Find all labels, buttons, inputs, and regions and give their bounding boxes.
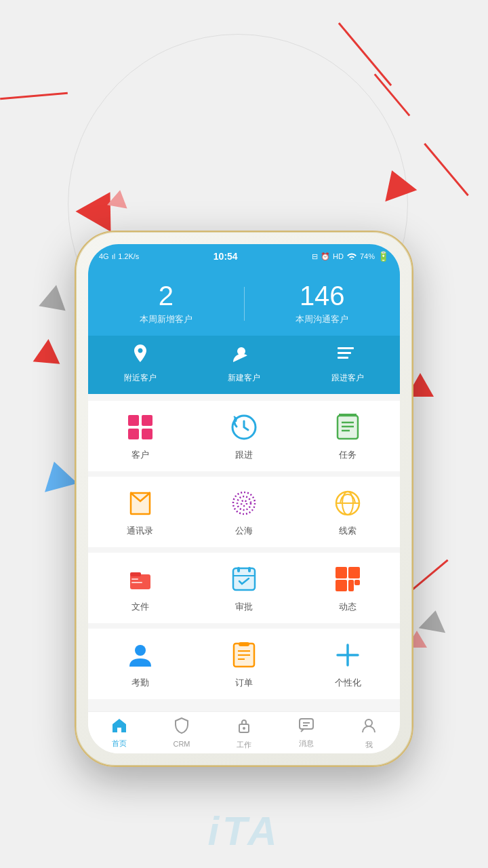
tab-home[interactable]: 首页 xyxy=(88,717,150,750)
home-tab-label: 首页 xyxy=(112,738,127,749)
tab-crm[interactable]: CRM xyxy=(150,717,213,750)
svg-rect-6 xyxy=(128,429,139,439)
deco-triangle-6 xyxy=(38,457,78,492)
personalize-icon xyxy=(331,639,364,671)
me-tab-label: 我 xyxy=(365,740,373,750)
home-tab-icon xyxy=(111,717,127,736)
data-speed: 1.2K/s xyxy=(118,252,139,260)
follow-customer-icon xyxy=(335,342,361,368)
phone-frame: 4G ıl 1.2K/s 10:54 ⊟ ⏰ HD 74% 🔋 xyxy=(75,231,413,767)
contacts-icon xyxy=(124,487,157,519)
public-sea-icon xyxy=(228,487,260,519)
svg-rect-31 xyxy=(336,580,347,591)
grid-item-clues[interactable]: 线索 xyxy=(296,487,400,537)
grid-item-public-sea[interactable]: 公海 xyxy=(192,487,296,537)
app-logo-watermark: iTA xyxy=(207,808,280,854)
public-sea-label: 公海 xyxy=(235,525,253,537)
work-tab-icon xyxy=(237,717,251,738)
svg-rect-7 xyxy=(142,429,152,439)
tab-me[interactable]: 我 xyxy=(338,717,400,750)
clues-label: 线索 xyxy=(339,525,357,537)
quick-action-follow-customer[interactable]: 跟进客户 xyxy=(296,342,400,384)
status-time: 10:54 xyxy=(214,251,238,262)
clues-icon xyxy=(331,487,364,519)
deco-triangle-5 xyxy=(107,189,130,209)
svg-point-34 xyxy=(135,645,146,656)
grid-row-3: 文件 审批 xyxy=(88,553,400,623)
deco-triangle-3 xyxy=(39,283,69,311)
nearby-customers-icon xyxy=(127,342,153,368)
dynamics-icon xyxy=(331,563,364,595)
hd-indicator: HD xyxy=(333,252,344,260)
nearby-customers-label: 附近客户 xyxy=(124,372,157,384)
svg-point-44 xyxy=(243,727,245,730)
followup-icon xyxy=(228,411,260,443)
stat-communicated-number: 146 xyxy=(245,282,401,309)
stat-new-customers-number: 2 xyxy=(88,282,244,309)
svg-rect-21 xyxy=(130,572,141,576)
grid-item-files[interactable]: 文件 xyxy=(88,563,192,613)
status-bar: 4G ıl 1.2K/s 10:54 ⊟ ⏰ HD 74% 🔋 xyxy=(88,244,400,269)
customer-icon xyxy=(124,411,157,443)
grid-item-followup[interactable]: 跟进 xyxy=(192,411,296,461)
quick-action-new-customer[interactable]: 新建客户 xyxy=(192,342,296,384)
tab-messages[interactable]: 消息 xyxy=(275,717,338,750)
crm-tab-label: CRM xyxy=(173,740,190,748)
phone-screen: 4G ıl 1.2K/s 10:54 ⊟ ⏰ HD 74% 🔋 xyxy=(88,244,400,753)
grid-item-task[interactable]: 任务 xyxy=(296,411,400,461)
deco-triangle-8 xyxy=(419,608,449,633)
task-label: 任务 xyxy=(339,449,357,461)
approval-icon xyxy=(228,563,260,595)
grid-row-2: 通讯录 公海 xyxy=(88,477,400,547)
me-tab-icon xyxy=(361,717,376,738)
dynamics-label: 动态 xyxy=(339,601,357,613)
svg-rect-5 xyxy=(142,415,152,426)
svg-rect-24 xyxy=(233,568,255,590)
wifi-icon xyxy=(346,252,357,261)
new-customer-label: 新建客户 xyxy=(228,372,260,384)
grid-item-contacts[interactable]: 通讯录 xyxy=(88,487,192,537)
quick-action-nearby[interactable]: 附近客户 xyxy=(88,342,192,384)
svg-rect-2 xyxy=(338,352,351,354)
svg-rect-45 xyxy=(300,719,313,729)
deco-triangle-4 xyxy=(33,338,62,363)
customer-label: 客户 xyxy=(131,449,149,461)
grid-row-1: 客户 跟进 xyxy=(88,401,400,471)
status-right: ⊟ ⏰ HD 74% 🔋 xyxy=(312,251,389,262)
grid-item-orders[interactable]: 订单 xyxy=(192,639,296,689)
phone-container: 4G ıl 1.2K/s 10:54 ⊟ ⏰ HD 74% 🔋 xyxy=(75,231,413,767)
personalize-label: 个性化 xyxy=(335,677,361,689)
tab-work[interactable]: 工作 xyxy=(213,717,275,750)
svg-rect-23 xyxy=(131,582,142,583)
stat-communicated-label: 本周沟通客户 xyxy=(245,313,401,326)
files-icon xyxy=(124,563,157,595)
hero-stats-section: 2 本周新增客户 146 本周沟通客户 xyxy=(88,269,400,336)
svg-rect-3 xyxy=(338,357,348,359)
svg-rect-22 xyxy=(131,578,138,580)
svg-rect-40 xyxy=(239,642,249,646)
messages-tab-label: 消息 xyxy=(299,738,314,749)
grid-item-approval[interactable]: 审批 xyxy=(192,563,296,613)
svg-rect-4 xyxy=(128,415,139,426)
svg-point-16 xyxy=(241,500,247,506)
status-left: 4G ıl 1.2K/s xyxy=(99,252,139,260)
battery-icon: 🔋 xyxy=(378,251,389,262)
svg-rect-30 xyxy=(348,567,360,578)
grid-item-dynamics[interactable]: 动态 xyxy=(296,563,400,613)
task-icon xyxy=(331,411,364,443)
alarm-icon: ⏰ xyxy=(321,252,330,261)
grid-row-4: 考勤 订单 xyxy=(88,629,400,699)
crm-tab-icon xyxy=(174,717,189,738)
svg-rect-29 xyxy=(336,567,347,578)
svg-rect-27 xyxy=(248,567,251,572)
deco-line-2 xyxy=(374,73,411,116)
deco-triangle-2 xyxy=(376,165,418,202)
grid-item-attendance[interactable]: 考勤 xyxy=(88,639,192,689)
follow-customer-label: 跟进客户 xyxy=(331,372,364,384)
grid-item-personalize[interactable]: 个性化 xyxy=(296,639,400,689)
approval-label: 审批 xyxy=(235,601,253,613)
orders-icon xyxy=(228,639,260,671)
attendance-label: 考勤 xyxy=(131,677,149,689)
attendance-icon xyxy=(124,639,157,671)
grid-item-customer[interactable]: 客户 xyxy=(88,411,192,461)
